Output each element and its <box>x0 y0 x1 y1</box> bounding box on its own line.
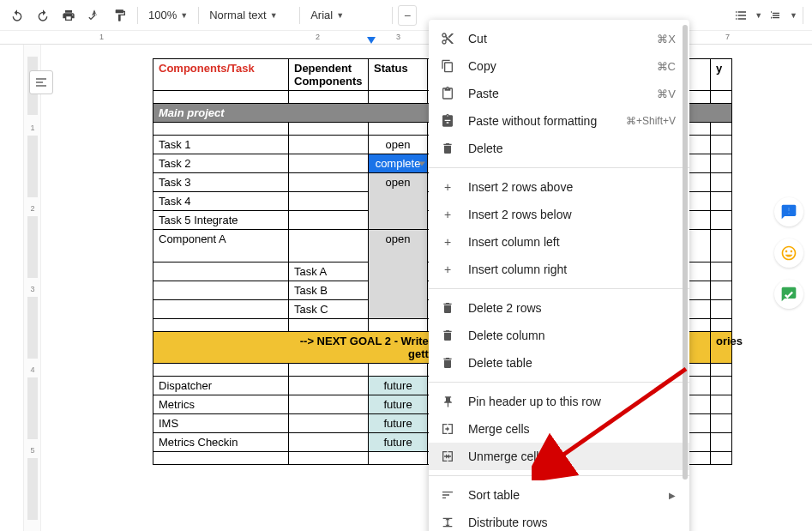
fontsize-stepper[interactable]: − <box>398 5 417 26</box>
header-status: Status <box>369 59 428 91</box>
left-margin <box>0 45 24 531</box>
status-cell[interactable]: future <box>369 377 428 395</box>
status-cell[interactable]: open <box>369 136 428 154</box>
ctx-paste-without-formatting[interactable]: Paste without formatting ⌘+Shift+V <box>429 107 689 135</box>
ctx-label: Copy <box>468 59 645 73</box>
ctx-insert-col-right[interactable]: + Insert column right <box>429 256 689 283</box>
redo-button[interactable] <box>31 3 55 27</box>
vruler-tick: 1 <box>26 124 39 132</box>
delete-icon <box>439 354 456 371</box>
ctx-pin-header[interactable]: Pin header up to this row <box>429 388 689 415</box>
ctx-delete-table[interactable]: Delete table <box>429 349 689 377</box>
add-comment-button[interactable] <box>774 197 803 226</box>
ctx-unmerge-cells[interactable]: Unmerge cells <box>429 443 689 470</box>
plus-icon: + <box>439 261 456 278</box>
delete-icon <box>439 299 456 317</box>
header-dependent: Dependent Components <box>289 59 369 91</box>
suggest-button[interactable] <box>774 280 803 309</box>
outline-toggle[interactable] <box>29 70 53 94</box>
style-value: Normal text <box>209 9 266 21</box>
table-cell[interactable]: Task C <box>289 300 369 319</box>
table-cell[interactable]: Task 4 <box>153 192 289 211</box>
ctx-shortcut: ⌘+Shift+V <box>626 115 676 127</box>
table-cell[interactable]: Dispatcher <box>153 377 289 395</box>
table-cell[interactable]: Task A <box>289 262 369 281</box>
linespacing-button[interactable] <box>764 3 788 27</box>
table-cell[interactable]: Metrics <box>153 395 289 414</box>
merge-icon <box>439 420 456 437</box>
ctx-distribute-rows[interactable]: Distribute rows <box>429 509 689 531</box>
ruler-tick: 3 <box>396 33 400 41</box>
ctx-insert-col-left[interactable]: + Insert column left <box>429 228 689 256</box>
sort-icon <box>439 486 456 504</box>
status-cell[interactable]: future <box>369 395 428 414</box>
vruler-tick: 4 <box>26 365 39 374</box>
fontsize-minus[interactable]: − <box>399 9 416 22</box>
table-cell[interactable]: Task B <box>289 281 369 300</box>
ctx-copy[interactable]: Copy ⌘C <box>429 52 689 80</box>
table-cell[interactable]: Component A <box>153 230 289 262</box>
status-merged-cell[interactable]: open <box>369 173 428 230</box>
ctx-insert-rows-below[interactable]: + Insert 2 rows below <box>429 201 689 228</box>
table-cell[interactable]: Task 1 <box>153 136 289 154</box>
ctx-shortcut: ⌘X <box>657 33 676 45</box>
ruler-indent-marker[interactable] <box>367 37 376 44</box>
plus-icon: + <box>439 206 456 223</box>
ctx-paste[interactable]: Paste ⌘V <box>429 80 689 107</box>
cut-icon <box>439 30 456 47</box>
ctx-label: Unmerge cells <box>468 450 676 463</box>
ctx-merge-cells[interactable]: Merge cells <box>429 415 689 443</box>
style-select[interactable]: Normal text▼ <box>204 3 294 27</box>
ctx-label: Insert column left <box>468 235 676 249</box>
ctx-shortcut: ⌘V <box>657 87 676 100</box>
ctx-delete-col[interactable]: Delete column <box>429 322 689 349</box>
goal-end: ories <box>711 332 732 364</box>
vruler-tick: 5 <box>26 446 39 455</box>
font-select[interactable]: Arial▼ <box>305 3 387 27</box>
context-menu-scrollbar[interactable] <box>683 25 688 480</box>
table-cell[interactable]: Task 3 <box>153 173 289 192</box>
status-cell[interactable]: future <box>369 414 428 433</box>
ctx-cut[interactable]: Cut ⌘X <box>429 25 689 52</box>
paste-nf-icon <box>439 112 456 130</box>
print-button[interactable] <box>57 3 81 27</box>
ctx-delete[interactable]: Delete <box>429 135 689 162</box>
ctx-label: Sort table <box>468 488 657 502</box>
ruler-tick: 1 <box>99 33 104 41</box>
pin-icon <box>439 393 456 410</box>
delete-icon <box>439 140 456 157</box>
status-cell[interactable]: future <box>369 433 428 452</box>
delete-icon <box>439 327 456 344</box>
ctx-label: Insert 2 rows above <box>468 180 676 194</box>
zoom-value: 100% <box>148 9 177 21</box>
spellcheck-button[interactable] <box>82 3 106 27</box>
table-cell[interactable]: Metrics Checkin <box>153 433 289 452</box>
format-paint-button[interactable] <box>108 3 132 27</box>
header-last: y <box>711 59 732 91</box>
plus-icon: + <box>439 233 456 250</box>
status-cell[interactable]: complete <box>369 154 428 173</box>
ruler-horizontal: 1 2 3 7 <box>0 31 812 45</box>
checklist-button[interactable] <box>729 3 753 27</box>
table-cell[interactable]: IMS <box>153 414 289 433</box>
ctx-label: Paste without formatting <box>468 114 614 128</box>
ctx-insert-rows-above[interactable]: + Insert 2 rows above <box>429 173 689 201</box>
emoji-button[interactable] <box>774 238 803 268</box>
table-cell[interactable]: Task 5 Integrate <box>153 211 289 230</box>
ctx-sort-table[interactable]: Sort table ▶ <box>429 481 689 509</box>
toolbar: 100%▼ Normal text▼ Arial▼ − ▼ ▼ <box>0 0 812 31</box>
ruler-tick: 7 <box>725 33 730 41</box>
distribute-icon <box>439 514 456 531</box>
vruler-tick: 3 <box>26 285 39 293</box>
ctx-label: Insert column right <box>468 262 676 276</box>
status-merged-cell[interactable]: open <box>369 230 428 319</box>
zoom-select[interactable]: 100%▼ <box>143 3 193 27</box>
context-menu: Cut ⌘X Copy ⌘C Paste ⌘V Paste without fo… <box>429 20 689 531</box>
undo-button[interactable] <box>5 3 29 27</box>
ctx-label: Distribute rows <box>468 516 676 529</box>
font-value: Arial <box>310 9 333 21</box>
right-rail <box>774 197 803 309</box>
table-cell[interactable]: Task 2 <box>153 154 289 173</box>
ctx-shortcut: ⌘C <box>657 60 676 73</box>
ctx-delete-rows[interactable]: Delete 2 rows <box>429 294 689 322</box>
